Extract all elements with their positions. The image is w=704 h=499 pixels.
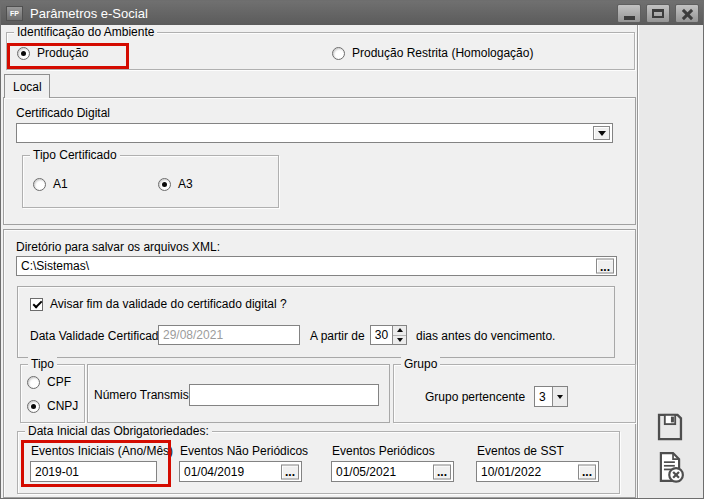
eventos-iniciais-label: Eventos Iniciais (Ano/Mês)	[31, 444, 173, 458]
radio-cnpj-circle[interactable]	[27, 400, 40, 413]
radio-a1-circle[interactable]	[33, 178, 46, 191]
minimize-icon	[624, 16, 635, 20]
eventos-sst-label: Eventos de SST	[477, 444, 564, 458]
tipo-legend: Tipo	[28, 357, 57, 371]
chevron-down-icon	[598, 131, 606, 136]
radio-a3-circle[interactable]	[158, 178, 171, 191]
groupbox-tipo-certificado: Tipo Certificado A1 A3	[22, 155, 279, 208]
eventos-nao-periodicos-input[interactable]: 01/04/2019 ...	[179, 461, 302, 482]
tabpage-local: Certificado Digital Tipo Certificado A1 …	[3, 97, 636, 225]
groupbox-tipo: Tipo CPF CNPJ	[20, 364, 85, 423]
dias-antes-label: dias antes do vencimento.	[416, 329, 555, 343]
avisar-checkbox[interactable]	[30, 298, 43, 311]
grupo-legend: Grupo	[401, 357, 440, 371]
grupo-dropdown-button[interactable]	[552, 387, 567, 406]
certificado-dropdown-button[interactable]	[593, 126, 610, 140]
diretorio-value: C:\Sistemas\	[21, 259, 89, 273]
eventos-iniciais-value: 2019-01	[35, 465, 79, 479]
grupo-pertencente-value: 3	[535, 390, 552, 404]
grupo-pertencente-label: Grupo pertencente	[425, 390, 525, 404]
groupbox-ambiente-legend: Identificação do Ambiente	[14, 25, 157, 39]
title-bar[interactable]: FP Parâmetros e-Social	[1, 1, 703, 25]
cancel-button[interactable]	[652, 449, 688, 485]
obrigatoriedades-legend: Data Inicial das Obrigatoriedades:	[25, 424, 212, 438]
triangle-down-icon	[397, 338, 403, 342]
eventos-sst-input[interactable]: 10/01/2022 ...	[476, 461, 599, 482]
window-title: Parâmetros e-Social	[30, 6, 148, 21]
radio-a3-label: A3	[178, 177, 193, 191]
certificado-digital-combobox[interactable]	[16, 123, 613, 143]
dialog-parametros-esocial: FP Parâmetros e-Social Identificação do …	[0, 0, 704, 499]
radio-a3[interactable]: A3	[158, 177, 193, 191]
eventos-sst-value: 10/01/2022	[481, 465, 541, 479]
box-validade: Avisar fim da validade do certificado di…	[17, 286, 615, 358]
dias-spinner-value: 30	[371, 328, 392, 342]
groupbox-ambiente: Identificação do Ambiente Produção Produ…	[6, 32, 635, 70]
numero-transmissor-input[interactable]	[189, 384, 379, 406]
radio-producao-restrita-label: Produção Restrita (Homologação)	[352, 46, 533, 60]
radio-cnpj-label: CNPJ	[47, 399, 78, 413]
radio-cpf[interactable]: CPF	[27, 375, 71, 389]
tab-local-label: Local	[13, 80, 42, 94]
eventos-nao-periodicos-browse-button[interactable]: ...	[281, 464, 299, 479]
diretorio-browse-button[interactable]: ...	[596, 259, 614, 274]
groupbox-grupo: Grupo Grupo pertencente 3	[393, 364, 636, 423]
spinner-up-button[interactable]	[393, 326, 406, 336]
certificado-digital-label: Certificado Digital	[16, 106, 110, 120]
eventos-periodicos-label: Eventos Periódicos	[332, 444, 435, 458]
save-floppy-icon	[655, 412, 685, 442]
chevron-down-icon	[557, 395, 563, 399]
radio-a1-label: A1	[53, 177, 68, 191]
groupbox-obrigatoriedades: Data Inicial das Obrigatoriedades: Event…	[17, 431, 620, 494]
side-toolbar	[637, 25, 703, 499]
maximize-button[interactable]	[646, 4, 670, 23]
eventos-periodicos-value: 01/05/2021	[336, 465, 396, 479]
radio-a1[interactable]: A1	[33, 177, 68, 191]
eventos-nao-periodicos-label: Eventos Não Periódicos	[180, 444, 308, 458]
eventos-periodicos-input[interactable]: 01/05/2021 ...	[331, 461, 454, 482]
radio-producao-label: Produção	[37, 46, 88, 60]
panel-configuracoes: Diretório para salvar os arquivos XML: C…	[3, 229, 636, 498]
box-transmissor: Número Transmissor	[87, 364, 390, 423]
data-validade-value: 29/08/2021	[163, 328, 223, 342]
diretorio-input[interactable]: C:\Sistemas\ ...	[16, 256, 617, 276]
radio-producao-restrita-circle[interactable]	[332, 47, 345, 60]
grupo-pertencente-select[interactable]: 3	[534, 386, 568, 407]
eventos-periodicos-browse-button[interactable]: ...	[433, 464, 451, 479]
radio-cpf-label: CPF	[47, 375, 71, 389]
eventos-sst-browse-button[interactable]: ...	[578, 464, 596, 479]
dias-spinner[interactable]: 30	[370, 325, 407, 345]
minimize-button[interactable]	[617, 4, 641, 23]
radio-cpf-circle[interactable]	[27, 376, 40, 389]
triangle-up-icon	[397, 328, 403, 332]
data-validade-input[interactable]: 29/08/2021	[158, 325, 300, 345]
tab-local[interactable]: Local	[4, 74, 50, 98]
radio-cnpj[interactable]: CNPJ	[27, 399, 78, 413]
a-partir-label: A partir de	[310, 329, 365, 343]
tipo-certificado-legend: Tipo Certificado	[30, 148, 120, 162]
maximize-icon	[652, 9, 664, 18]
app-icon: FP	[6, 6, 23, 21]
radio-producao-restrita[interactable]: Produção Restrita (Homologação)	[332, 46, 533, 60]
diretorio-label: Diretório para salvar os arquivos XML:	[16, 240, 220, 254]
close-button[interactable]	[675, 4, 699, 23]
eventos-nao-periodicos-value: 01/04/2019	[184, 465, 244, 479]
data-validade-label: Data Validade Certificado	[30, 329, 165, 343]
save-button[interactable]	[652, 409, 688, 445]
eventos-iniciais-input[interactable]: 2019-01	[30, 461, 157, 482]
avisar-checkbox-label: Avisar fim da validade do certificado di…	[50, 297, 287, 311]
avisar-checkbox-row[interactable]: Avisar fim da validade do certificado di…	[30, 297, 287, 311]
radio-producao[interactable]: Produção	[17, 46, 88, 60]
radio-producao-circle[interactable]	[17, 47, 30, 60]
spinner-down-button[interactable]	[393, 336, 406, 345]
cancel-document-x-icon	[653, 450, 687, 484]
